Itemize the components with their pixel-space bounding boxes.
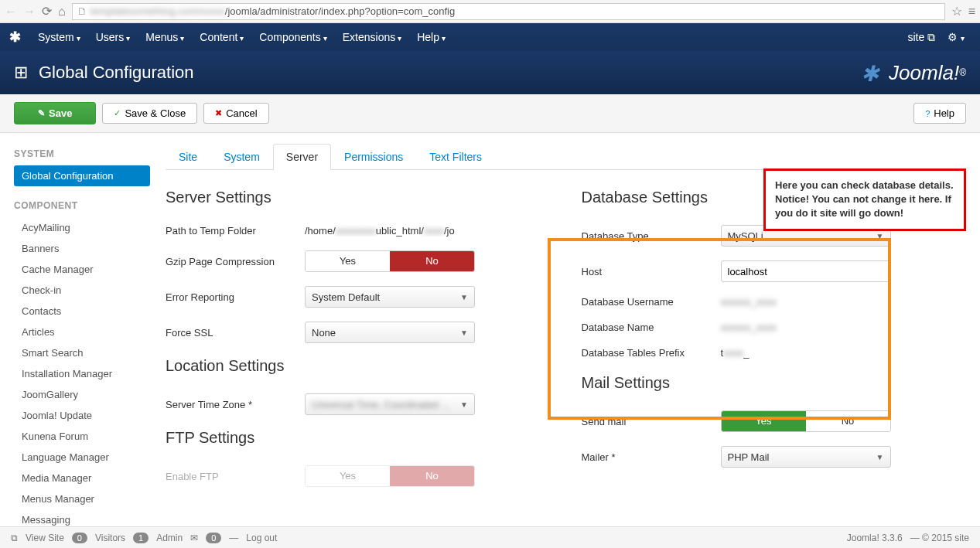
status-bar: ⧉ View Site 0 Visitors 1 Admin ✉ 0 — Log… [0,526,980,548]
toggle-no[interactable]: No [806,411,890,431]
sidebar-item[interactable]: Banners [14,238,150,259]
gear-icon[interactable]: ⚙ ▾ [941,31,971,43]
menu-help[interactable]: Help▾ [409,31,453,43]
heading-location-settings: Location Settings [166,357,551,375]
sidebar-item[interactable]: JoomGallery [14,384,150,405]
left-column: Server Settings Path to Temp Folder /hom… [166,184,551,501]
back-icon[interactable]: ← [5,5,17,19]
toggle-yes[interactable]: Yes [722,411,806,431]
config-tabs: Site System Server Permissions Text Filt… [166,144,966,170]
save-button[interactable]: ✎Save [14,102,96,124]
toggle-no[interactable]: No [390,466,474,486]
select-force-ssl[interactable]: None▼ [305,322,475,343]
version-label: Joomla! 3.3.6 [847,533,903,543]
cancel-button[interactable]: ✖Cancel [203,103,268,124]
star-icon[interactable]: ☆ [951,4,962,19]
select-timezone[interactable]: Universal Time, Coordinated ...▼ [305,393,475,415]
toggle-gzip[interactable]: Yes No [305,250,475,272]
sidebar: SYSTEM Global Configuration COMPONENT Ac… [14,144,150,548]
label-timezone: Server Time Zone * [166,399,305,410]
toggle-ftp[interactable]: Yes No [305,465,475,487]
sidebar-item[interactable]: Joomla! Update [14,405,150,426]
select-mailer[interactable]: PHP Mail▼ [721,446,891,468]
tab-site[interactable]: Site [166,144,210,169]
right-column: Database Settings Database Type MySQLi▼ … [582,184,967,501]
sidebar-item-global-config[interactable]: Global Configuration [14,165,150,186]
site-link[interactable]: site ⧉ [901,31,941,44]
sidebar-item[interactable]: AcyMailing [14,217,150,238]
sidebar-item[interactable]: Articles [14,322,150,342]
copyright-label: — © 2015 site [910,533,969,543]
menu-menus[interactable]: Menus▾ [138,31,192,43]
menu-extensions[interactable]: Extensions▾ [335,31,409,43]
mail-icon[interactable]: ✉ [190,533,198,543]
help-icon: ? [925,109,930,118]
check-icon: ✓ [114,108,121,118]
sidebar-item[interactable]: Language Manager [14,447,150,468]
admin-count: 1 [133,533,149,543]
chevron-down-icon: ▼ [876,232,884,240]
input-db-user[interactable]: xxxxxx_xxxx [721,296,891,308]
menu-content[interactable]: Content▾ [192,31,251,43]
sidebar-item[interactable]: Smart Search [14,342,150,363]
menu-users[interactable]: Users▾ [88,31,138,43]
chevron-down-icon: ▼ [460,400,468,409]
label-db-prefix: Database Tables Prefix [582,347,721,359]
sidebar-item[interactable]: Check-in [14,280,150,301]
sidebar-item[interactable]: Menus Manager [14,488,150,509]
action-toolbar: ✎Save ✓Save & Close ✖Cancel ?Help [0,94,980,133]
view-site-link[interactable]: View Site [26,533,64,543]
content-area: Site System Server Permissions Text Filt… [166,144,966,548]
sidebar-item[interactable]: Media Manager [14,468,150,488]
label-db-type: Database Type [582,230,721,242]
page-header: ⊞ Global Configuration Joomla!® [0,51,980,94]
help-button[interactable]: ?Help [913,103,966,124]
toggle-yes[interactable]: Yes [306,466,390,486]
sidebar-heading-system: SYSTEM [14,148,150,159]
save-close-button[interactable]: ✓Save & Close [102,103,197,124]
label-mailer: Mailer * [582,451,721,463]
sidebar-item[interactable]: Contacts [14,301,150,322]
toggle-send-mail[interactable]: Yes No [721,410,891,432]
sidebar-item[interactable]: Cache Manager [14,259,150,280]
sidebar-heading-component: COMPONENT [14,200,150,211]
heading-mail-settings: Mail Settings [582,374,967,392]
reload-icon[interactable]: ⟳ [42,4,52,19]
logout-link[interactable]: Log out [246,533,277,543]
tab-server[interactable]: Server [273,144,331,170]
external-icon: ⧉ [927,31,935,43]
chevron-down-icon: ▼ [876,453,884,461]
label-gzip: Gzip Page Compression [166,256,305,267]
heading-server-settings: Server Settings [166,189,551,206]
page-title: Global Configuration [39,63,194,83]
browser-toolbar: ← → ⟳ ⌂ 🗋 templatesomething.com/xxxxx /j… [0,0,980,23]
menu-system[interactable]: System▾ [30,31,88,43]
toggle-yes[interactable]: Yes [306,251,390,271]
input-temp-folder[interactable]: /home/xxxxxxxxublic_html/xxxx/jo [305,225,475,237]
tab-text-filters[interactable]: Text Filters [416,144,495,169]
settings-icon: ⊞ [14,63,28,83]
toggle-no[interactable]: No [390,251,474,271]
menu-icon[interactable]: ≡ [968,5,975,19]
label-force-ssl: Force SSL [166,327,305,339]
sidebar-item[interactable]: Kunena Forum [14,426,150,447]
home-icon[interactable]: ⌂ [58,5,66,19]
label-db-host: Host [582,266,721,277]
menu-components[interactable]: Components▾ [251,31,334,43]
chevron-down-icon: ▼ [460,328,468,337]
input-db-name[interactable]: xxxxxx_xxxx [721,322,891,333]
joomla-mark-icon [861,61,884,84]
input-db-host[interactable] [721,260,891,282]
visitors-count: 0 [72,533,87,543]
tab-permissions[interactable]: Permissions [331,144,416,169]
admin-menu: ✱ System▾ Users▾ Menus▾ Content▾ Compone… [0,23,980,51]
url-bar[interactable]: 🗋 templatesomething.com/xxxxx /joomla/ad… [72,3,945,20]
chevron-down-icon: ▼ [460,293,468,301]
joomla-icon[interactable]: ✱ [9,29,21,46]
tab-system[interactable]: System [210,144,273,169]
input-db-prefix[interactable]: txxxx_ [721,347,891,359]
sidebar-item[interactable]: Installation Manager [14,363,150,384]
select-error-reporting[interactable]: System Default▼ [305,286,475,308]
forward-icon[interactable]: → [23,5,36,19]
label-send-mail: Send mail [582,416,721,427]
